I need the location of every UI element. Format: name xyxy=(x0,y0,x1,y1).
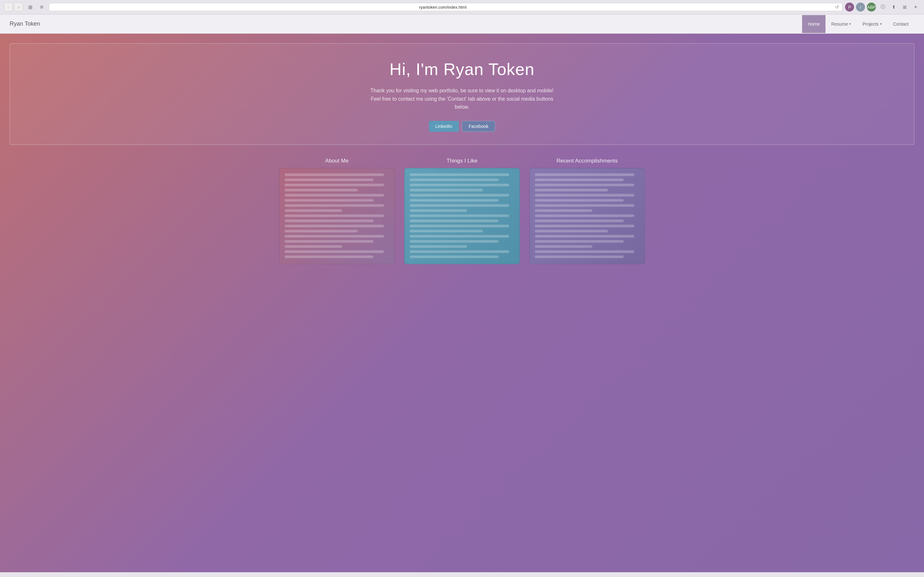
nav-buttons: ‹ › xyxy=(4,3,23,11)
newtab-button[interactable]: ⊞ xyxy=(900,3,909,11)
text-line xyxy=(284,230,358,232)
menu-button[interactable]: ≡ xyxy=(37,3,46,11)
hero-title: Hi, I'm Ryan Token xyxy=(23,60,901,79)
pocket-icon[interactable]: P xyxy=(845,3,854,11)
nav-contact[interactable]: Contact xyxy=(887,15,914,33)
text-line xyxy=(535,204,634,207)
resume-dropdown-arrow: ▾ xyxy=(849,22,851,26)
text-line xyxy=(535,173,634,176)
nav-resume[interactable]: Resume ▾ xyxy=(825,15,857,33)
address-bar[interactable]: ryantoken.com/index.html ↺ xyxy=(49,3,843,11)
addtab-button[interactable]: + xyxy=(911,3,920,11)
text-line xyxy=(410,173,509,176)
text-line xyxy=(410,179,499,181)
accomplishments-heading: Recent Accomplishments xyxy=(529,158,645,164)
cards-section: About Me xyxy=(10,158,914,264)
facebook-button[interactable]: Facebook xyxy=(462,121,495,132)
privacy-icon[interactable]: i xyxy=(856,3,865,11)
text-line xyxy=(284,255,373,258)
text-line xyxy=(410,194,509,197)
about-me-card xyxy=(279,168,395,264)
text-line xyxy=(535,210,592,212)
text-line xyxy=(535,214,634,217)
text-line xyxy=(410,199,499,201)
text-line xyxy=(410,184,509,186)
text-line xyxy=(284,173,384,176)
nav-home[interactable]: Home xyxy=(802,15,825,33)
text-line xyxy=(284,189,358,191)
text-line xyxy=(284,245,342,248)
things-i-like-content xyxy=(405,168,519,264)
hero-buttons: LinkedIn Facebook xyxy=(23,121,901,132)
text-line xyxy=(535,199,624,201)
text-line xyxy=(284,240,373,243)
accomplishments-column: Recent Accomplishments xyxy=(529,158,645,264)
text-line xyxy=(284,199,373,201)
text-line xyxy=(535,225,634,227)
text-line xyxy=(284,184,384,186)
forward-button[interactable]: › xyxy=(14,3,23,11)
text-line xyxy=(410,210,467,212)
text-line xyxy=(410,235,509,237)
text-line xyxy=(410,230,483,232)
text-line xyxy=(535,250,634,253)
grid-button[interactable]: ⊞ xyxy=(26,3,35,11)
about-me-column: About Me xyxy=(279,158,395,264)
text-line xyxy=(284,214,384,217)
text-line xyxy=(535,189,608,191)
text-line xyxy=(410,214,509,217)
things-i-like-column: Things I Like xyxy=(404,158,520,264)
site-content: Hi, I'm Ryan Token Thank you for visitin… xyxy=(0,34,924,572)
text-line xyxy=(284,179,373,181)
site-footer: Back to Top Next: Job Experience xyxy=(0,572,924,577)
text-line xyxy=(535,245,592,248)
text-line xyxy=(284,250,384,253)
text-line xyxy=(410,225,509,227)
text-line xyxy=(535,240,624,243)
avatar-icon[interactable]: ABP xyxy=(867,3,876,11)
text-line xyxy=(410,219,499,222)
projects-dropdown-arrow: ▾ xyxy=(880,22,882,26)
site-nav-links: Home Resume ▾ Projects ▾ Contact xyxy=(802,15,914,33)
text-line xyxy=(284,210,342,212)
hero-card: Hi, I'm Ryan Token Thank you for visitin… xyxy=(10,43,914,145)
browser-right-icons: ⓘ ⬆ ⊞ + xyxy=(879,3,920,11)
share-button[interactable]: ⬆ xyxy=(889,3,898,11)
back-button[interactable]: ‹ xyxy=(4,3,13,11)
text-line xyxy=(284,219,373,222)
hero-subtitle: Thank you for visiting my web portfolio,… xyxy=(366,87,558,111)
text-line xyxy=(410,189,483,191)
text-line xyxy=(535,255,624,258)
nav-projects[interactable]: Projects ▾ xyxy=(857,15,887,33)
text-line xyxy=(410,255,499,258)
about-me-content xyxy=(279,168,394,264)
linkedin-button[interactable]: LinkedIn xyxy=(429,121,459,132)
url-display: ryantoken.com/index.html xyxy=(52,5,833,10)
text-line xyxy=(284,225,384,227)
text-line xyxy=(535,219,624,222)
text-line xyxy=(535,179,624,181)
browser-action-icons: P i ABP xyxy=(845,3,876,11)
about-me-heading: About Me xyxy=(279,158,395,164)
text-line xyxy=(410,204,509,207)
text-line xyxy=(410,245,467,248)
text-line xyxy=(284,194,384,197)
browser-chrome: ‹ › ⊞ ≡ ryantoken.com/index.html ↺ P i A… xyxy=(0,0,924,15)
accomplishments-card xyxy=(529,168,645,264)
refresh-icon[interactable]: ↺ xyxy=(835,5,839,10)
site-navbar: Ryan Token Home Resume ▾ Projects ▾ Cont… xyxy=(0,15,924,34)
text-line xyxy=(535,194,634,197)
text-line xyxy=(284,204,384,207)
site-brand: Ryan Token xyxy=(10,21,802,27)
text-line xyxy=(535,230,608,232)
text-line xyxy=(535,235,634,237)
text-line xyxy=(535,184,634,186)
text-line xyxy=(284,235,384,237)
accomplishments-content xyxy=(530,168,645,264)
things-i-like-card xyxy=(404,168,520,264)
info-button[interactable]: ⓘ xyxy=(879,3,887,11)
things-i-like-heading: Things I Like xyxy=(404,158,520,164)
browser-toolbar: ‹ › ⊞ ≡ ryantoken.com/index.html ↺ P i A… xyxy=(0,0,924,14)
text-line xyxy=(410,240,499,243)
text-line xyxy=(410,250,509,253)
